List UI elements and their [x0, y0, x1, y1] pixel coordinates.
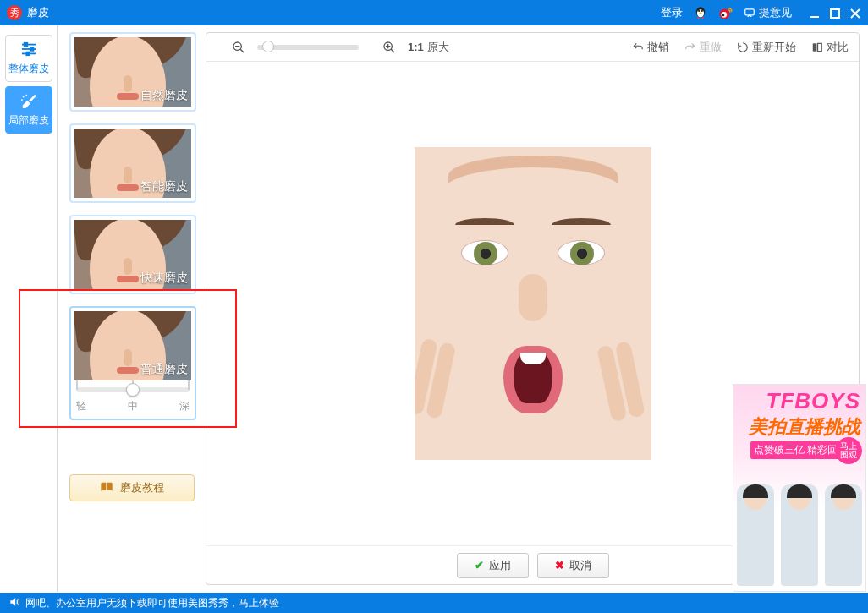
- tutorial-button[interactable]: 磨皮教程: [69, 474, 195, 501]
- preset-smart[interactable]: 智能磨皮: [69, 123, 196, 203]
- preset-natural[interactable]: 自然磨皮: [69, 32, 196, 112]
- intensity-slider[interactable]: 轻 中 深: [76, 387, 190, 413]
- svg-rect-17: [30, 47, 33, 51]
- preset-label: 自然磨皮: [140, 88, 188, 103]
- preset-label: 普通磨皮: [140, 362, 188, 377]
- feedback-link[interactable]: 提意见: [744, 5, 792, 20]
- svg-point-7: [722, 14, 725, 17]
- banner-line1: TFBOYS: [733, 385, 865, 414]
- brush-icon: [19, 93, 38, 111]
- svg-rect-18: [26, 52, 30, 55]
- original-size-label: 原大: [427, 40, 449, 55]
- svg-rect-29: [813, 43, 817, 51]
- cancel-label: 取消: [569, 558, 591, 573]
- svg-point-19: [22, 96, 24, 97]
- svg-rect-30: [818, 43, 822, 51]
- svg-point-4: [700, 12, 702, 14]
- redo-button: 重做: [684, 40, 722, 55]
- window-maximize-icon[interactable]: [829, 6, 841, 19]
- sliders-icon: [19, 41, 38, 59]
- zoom-knob[interactable]: [262, 41, 274, 52]
- zoom-out-icon[interactable]: [232, 41, 249, 54]
- check-icon: ✔: [475, 559, 484, 572]
- svg-point-21: [21, 99, 23, 101]
- apply-button[interactable]: ✔ 应用: [457, 553, 529, 578]
- intensity-light-label: 轻: [76, 399, 86, 413]
- promo-banner[interactable]: TFBOYS 美拍直播挑战 点赞破三亿 精彩回放 马上 围观: [733, 384, 866, 592]
- svg-point-3: [701, 9, 703, 12]
- zoom-slider[interactable]: [257, 45, 359, 50]
- book-icon: [100, 480, 113, 496]
- banner-people: [733, 484, 865, 586]
- banner-line2: 美拍直播挑战: [733, 414, 865, 440]
- status-text[interactable]: 网吧、办公室用户无须下载即可使用美图秀秀，马上体验: [25, 596, 279, 610]
- svg-rect-8: [745, 9, 755, 15]
- restart-button[interactable]: 重新开始: [737, 40, 796, 55]
- intensity-medium-label: 中: [128, 399, 138, 413]
- preset-label: 快速磨皮: [140, 271, 188, 286]
- window-close-icon[interactable]: [849, 6, 861, 19]
- speaker-icon: [8, 596, 20, 610]
- cross-icon: ✖: [555, 559, 564, 572]
- svg-line-26: [391, 49, 394, 52]
- app-logo: 秀: [7, 5, 22, 20]
- mode-label: 局部磨皮: [8, 113, 49, 128]
- weibo-icon[interactable]: [718, 5, 733, 20]
- zoom-in-icon[interactable]: [382, 41, 399, 54]
- compare-button[interactable]: 对比: [811, 40, 849, 55]
- status-bar: 网吧、办公室用户无须下载即可使用美图秀秀，马上体验: [0, 593, 868, 613]
- qq-icon[interactable]: [693, 5, 708, 20]
- intensity-deep-label: 深: [179, 399, 190, 413]
- canvas-toolbar: 1:1 原大 撤销 重做 重新开始 对比: [206, 33, 859, 62]
- undo-label: 撤销: [647, 40, 669, 55]
- mode-sidebar: 整体磨皮 局部磨皮: [0, 25, 58, 592]
- svg-rect-10: [831, 9, 839, 18]
- login-link[interactable]: 登录: [661, 5, 683, 20]
- svg-rect-16: [24, 42, 27, 46]
- banner-bubble: 马上 围观: [835, 437, 862, 464]
- window-title: 磨皮: [27, 5, 49, 20]
- mode-overall-smoothing[interactable]: 整体磨皮: [5, 35, 52, 82]
- preset-label: 智能磨皮: [140, 179, 188, 194]
- feedback-label: 提意见: [759, 5, 792, 20]
- canvas-image: [415, 147, 651, 460]
- compare-label: 对比: [827, 40, 849, 55]
- slider-knob[interactable]: [126, 383, 140, 397]
- cancel-button[interactable]: ✖ 取消: [537, 553, 609, 578]
- svg-point-2: [698, 9, 700, 12]
- svg-point-20: [25, 94, 27, 96]
- preset-normal[interactable]: 普通磨皮 轻 中 深: [69, 306, 196, 420]
- window-minimize-icon[interactable]: [809, 6, 821, 19]
- one-to-one-label: 1:1: [408, 41, 424, 53]
- redo-label: 重做: [700, 40, 722, 55]
- mode-local-smoothing[interactable]: 局部磨皮: [5, 86, 52, 134]
- undo-button[interactable]: 撤销: [632, 40, 669, 55]
- zoom-actual-size[interactable]: 1:1 原大: [408, 40, 449, 55]
- preset-fast[interactable]: 快速磨皮: [69, 215, 196, 294]
- tutorial-label: 磨皮教程: [120, 480, 164, 495]
- apply-label: 应用: [489, 558, 511, 573]
- svg-line-23: [240, 49, 244, 52]
- restart-label: 重新开始: [752, 40, 796, 55]
- preset-column: 自然磨皮 智能磨皮 快速磨皮 普通磨皮 轻: [58, 25, 206, 592]
- title-bar: 秀 磨皮 登录 提意见: [0, 0, 868, 25]
- mode-label: 整体磨皮: [8, 62, 49, 76]
